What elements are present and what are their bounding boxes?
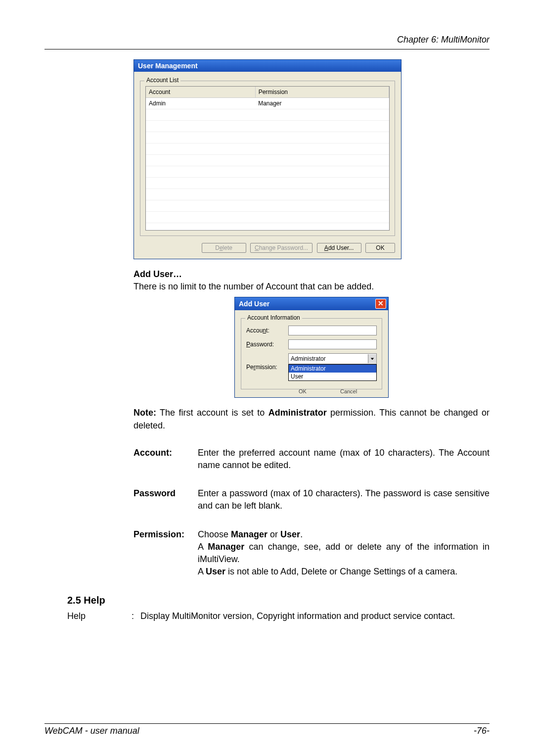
table-row[interactable] (146, 223, 389, 231)
footer-right: -76- (474, 726, 490, 736)
table-row[interactable] (146, 121, 389, 132)
note-label: Note: (134, 408, 156, 418)
table-row[interactable] (146, 155, 389, 166)
account-info-group: Account Information Account: Password: P… (241, 318, 382, 389)
term-permission: Permission: (134, 524, 198, 582)
permission-dropdown: Administrator User (288, 364, 377, 381)
footer-left: WebCAM - user manual (44, 726, 139, 736)
help-desc: Display MultiMonitor version, Copyright … (140, 610, 490, 622)
help-term: Help (67, 610, 132, 622)
desc-permission: Choose Manager or User. A Manager can ch… (198, 524, 490, 582)
help-colon: : (132, 610, 140, 622)
chevron-down-icon[interactable] (368, 354, 376, 363)
account-input[interactable] (288, 326, 377, 335)
permission-select[interactable]: Administrator (288, 353, 377, 364)
col-permission[interactable]: Permission (255, 87, 389, 98)
change-password-button[interactable]: Change Password... (250, 243, 312, 253)
add-user-heading: Add User… (134, 269, 182, 279)
chapter-header: Chapter 6: MultiMonitor (44, 35, 490, 49)
account-table-wrap: Account Permission AdminManager (145, 86, 390, 231)
table-row[interactable] (146, 166, 389, 178)
table-row[interactable] (146, 132, 389, 143)
term-password: Password (134, 483, 198, 516)
permission-label: Permission: (246, 364, 288, 371)
table-row[interactable] (146, 212, 389, 223)
desc-password: Enter a password (max of 10 characters).… (198, 483, 490, 516)
col-account[interactable]: Account (146, 87, 255, 98)
term-account: Account: (134, 443, 198, 475)
user-management-window: User Management Account List Account Per… (134, 59, 401, 259)
account-label: Account: (246, 327, 288, 334)
account-info-legend: Account Information (245, 314, 302, 321)
account-table: Account Permission AdminManager (146, 87, 389, 231)
password-input[interactable] (288, 339, 377, 349)
add-user-button[interactable]: Add User... (317, 243, 361, 253)
account-list-group: Account List Account Permission AdminMan… (140, 81, 395, 236)
permission-option-user[interactable]: User (289, 373, 376, 380)
table-row[interactable] (146, 143, 389, 155)
table-row[interactable] (146, 109, 389, 121)
table-row[interactable]: AdminManager (146, 98, 389, 109)
add-user-desc: There is no limit to the number of Accou… (134, 282, 374, 291)
section-help-title: 2.5 Help (67, 595, 490, 606)
table-row[interactable] (146, 189, 389, 200)
delete-button[interactable]: Delete (202, 243, 246, 253)
account-list-legend: Account List (144, 77, 180, 84)
um-titlebar: User Management (134, 60, 401, 72)
table-row[interactable] (146, 200, 389, 212)
au-title: Add User (239, 300, 269, 308)
password-label: Password: (246, 341, 288, 348)
desc-account: Enter the preferred account name (max of… (198, 443, 490, 475)
close-icon[interactable]: ✕ (375, 299, 386, 309)
ok-button[interactable]: OK (365, 243, 395, 253)
add-user-dialog: Add User ✕ Account Information Account: … (234, 297, 389, 398)
table-row[interactable] (146, 178, 389, 189)
definition-table: Account: Enter the preferred account nam… (134, 443, 490, 582)
permission-option-admin[interactable]: Administrator (289, 365, 376, 373)
